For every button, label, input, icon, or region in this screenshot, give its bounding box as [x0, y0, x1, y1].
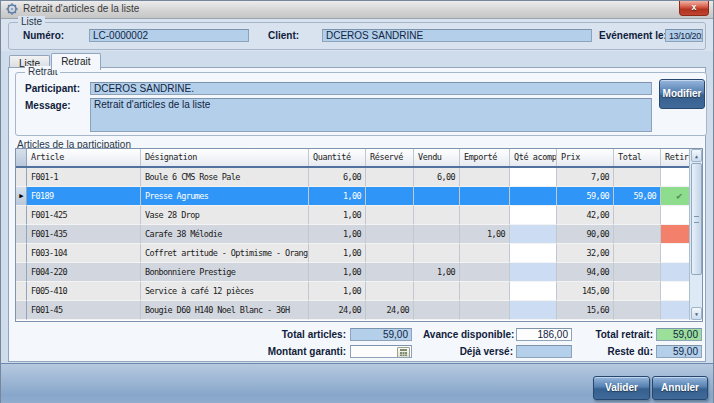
cell-vendu[interactable]: [414, 282, 460, 301]
column-header-tot[interactable]: Total: [614, 149, 661, 166]
cell-vendu[interactable]: 1,00: [414, 263, 460, 282]
column-header-res[interactable]: Réservé: [366, 149, 414, 166]
table-row[interactable]: F005-410Service à café 12 pièces1,00145,…: [16, 282, 702, 301]
vertical-scrollbar[interactable]: ▲ ▼: [689, 149, 702, 320]
column-header-ven[interactable]: Vendu: [414, 149, 460, 166]
cell-emporte[interactable]: [460, 244, 510, 263]
cell-article[interactable]: F001-435: [27, 225, 141, 244]
cell-article[interactable]: F001-425: [27, 206, 141, 225]
cell-article[interactable]: F004-220: [27, 263, 141, 282]
row-indicator[interactable]: [16, 301, 27, 320]
cell-emporte[interactable]: 1,00: [460, 225, 510, 244]
cell-vendu[interactable]: [414, 187, 460, 206]
cell-total[interactable]: [614, 168, 661, 187]
cell-qte_acomp[interactable]: [510, 206, 557, 225]
table-row[interactable]: F001-45Bougie D60 H140 Noel Blanc - 36H2…: [16, 301, 702, 320]
tab-retrait[interactable]: Retrait: [51, 53, 100, 70]
row-indicator[interactable]: [16, 282, 27, 301]
cell-reserve[interactable]: [366, 244, 414, 263]
cell-designation[interactable]: Bougie D60 H140 Noel Blanc - 36H: [141, 301, 309, 320]
cell-article[interactable]: F005-410: [27, 282, 141, 301]
row-pointer-icon[interactable]: ▶: [16, 187, 27, 206]
column-header-emp[interactable]: Emporté: [460, 149, 510, 166]
column-header-qte[interactable]: Quantité: [309, 149, 366, 166]
cell-designation[interactable]: Presse Agrumes: [141, 187, 309, 206]
cell-reserve[interactable]: 24,00: [366, 301, 414, 320]
row-indicator[interactable]: [16, 168, 27, 187]
table-row[interactable]: ▶F0189Presse Agrumes1,0059,0059,00✔: [16, 187, 702, 206]
cell-qte_acomp[interactable]: [510, 168, 557, 187]
title-bar[interactable]: Retrait d'articles de la liste x: [1, 1, 713, 19]
cell-emporte[interactable]: [460, 263, 510, 282]
cell-reserve[interactable]: [366, 282, 414, 301]
cell-total[interactable]: [614, 225, 661, 244]
cell-quantite[interactable]: 6,00: [309, 168, 366, 187]
column-header-des[interactable]: Désignation: [141, 149, 309, 166]
cell-prix[interactable]: 32,00: [557, 244, 614, 263]
cell-total[interactable]: [614, 301, 661, 320]
row-indicator[interactable]: [16, 244, 27, 263]
cell-designation[interactable]: Service à café 12 pièces: [141, 282, 309, 301]
scroll-up-icon[interactable]: ▲: [691, 149, 702, 162]
cell-vendu[interactable]: [414, 301, 460, 320]
cell-qte_acomp[interactable]: [510, 282, 557, 301]
cell-quantite[interactable]: 1,00: [309, 225, 366, 244]
cell-total[interactable]: [614, 282, 661, 301]
table-row[interactable]: F001-1Boule 6 CMS Rose Pale6,006,007,00: [16, 168, 702, 187]
cell-total[interactable]: 59,00: [614, 187, 661, 206]
cell-designation[interactable]: Coffret artitude - Optimisme - Orange: [141, 244, 309, 263]
cell-reserve[interactable]: [366, 225, 414, 244]
cell-prix[interactable]: 7,00: [557, 168, 614, 187]
cell-quantite[interactable]: 1,00: [309, 282, 366, 301]
modifier-button[interactable]: Modifier: [659, 79, 705, 109]
cell-reserve[interactable]: [366, 187, 414, 206]
cell-emporte[interactable]: [460, 282, 510, 301]
cell-designation[interactable]: Vase 28 Drop: [141, 206, 309, 225]
cell-total[interactable]: [614, 206, 661, 225]
client-field[interactable]: DCEROS SANDRINE: [322, 29, 592, 42]
column-header-art[interactable]: Article: [27, 149, 141, 166]
row-indicator[interactable]: [16, 206, 27, 225]
close-button[interactable]: x: [679, 1, 709, 16]
row-indicator[interactable]: [16, 225, 27, 244]
valider-button[interactable]: Valider: [593, 376, 650, 400]
cell-article[interactable]: F0189: [27, 187, 141, 206]
scroll-down-icon[interactable]: ▼: [691, 307, 702, 320]
montant-garanti-field[interactable]: [350, 345, 412, 358]
cell-prix[interactable]: 90,00: [557, 225, 614, 244]
cell-prix[interactable]: 145,00: [557, 282, 614, 301]
row-indicator[interactable]: [16, 263, 27, 282]
cell-qte_acomp[interactable]: [510, 187, 557, 206]
table-row[interactable]: F004-220Bonbonniere Prestige1,001,0094,0…: [16, 263, 702, 282]
cell-emporte[interactable]: [460, 168, 510, 187]
cell-qte_acomp[interactable]: [510, 301, 557, 320]
column-header-aco[interactable]: Qté acomp: [510, 149, 557, 166]
cell-quantite[interactable]: 24,00: [309, 301, 366, 320]
cell-prix[interactable]: 42,00: [557, 206, 614, 225]
cell-reserve[interactable]: [366, 206, 414, 225]
cell-emporte[interactable]: [460, 206, 510, 225]
cell-quantite[interactable]: 1,00: [309, 206, 366, 225]
table-row[interactable]: F003-104Coffret artitude - Optimisme - O…: [16, 244, 702, 263]
cell-prix[interactable]: 15,60: [557, 301, 614, 320]
message-field[interactable]: Retrait d'articles de la liste: [90, 98, 652, 132]
avance-disponible-field[interactable]: 186,00: [516, 328, 572, 341]
cell-emporte[interactable]: [460, 187, 510, 206]
table-row[interactable]: F001-435Carafe 38 Mélodie1,001,0090,00: [16, 225, 702, 244]
cell-vendu[interactable]: [414, 225, 460, 244]
cell-designation[interactable]: Bonbonniere Prestige: [141, 263, 309, 282]
cell-quantite[interactable]: 1,00: [309, 263, 366, 282]
cell-reserve[interactable]: [366, 263, 414, 282]
cell-article[interactable]: F001-45: [27, 301, 141, 320]
cell-vendu[interactable]: [414, 206, 460, 225]
cell-qte_acomp[interactable]: [510, 244, 557, 263]
cell-designation[interactable]: Boule 6 CMS Rose Pale: [141, 168, 309, 187]
cell-reserve[interactable]: [366, 168, 414, 187]
evenement-field[interactable]: 13/10/2012: [665, 29, 703, 42]
participant-field[interactable]: DCEROS SANDRINE.: [90, 82, 652, 95]
cell-prix[interactable]: 94,00: [557, 263, 614, 282]
cell-article[interactable]: F003-104: [27, 244, 141, 263]
scrollbar-thumb[interactable]: [691, 163, 702, 275]
cell-article[interactable]: F001-1: [27, 168, 141, 187]
cell-quantite[interactable]: 1,00: [309, 187, 366, 206]
